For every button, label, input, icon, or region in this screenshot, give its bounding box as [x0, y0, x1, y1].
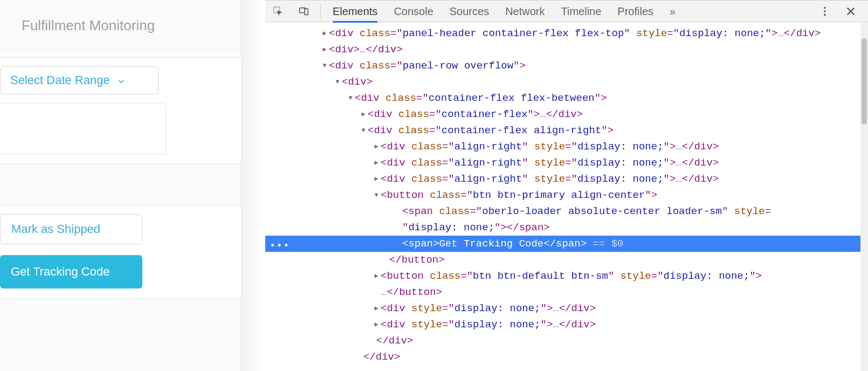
dom-node[interactable]: <div class="align-right" style="display:…: [265, 155, 868, 171]
scrollbar[interactable]: [860, 22, 868, 371]
dom-node[interactable]: <div class="container-flex flex-between"…: [265, 90, 868, 106]
elements-tree[interactable]: <div class="panel-header container-flex …: [265, 22, 868, 371]
dom-node[interactable]: <div class="align-right" style="display:…: [265, 171, 868, 187]
actions-card: Mark as Shipped Get Tracking Code: [0, 205, 241, 299]
tabs-overflow-icon[interactable]: »: [670, 1, 676, 22]
disclosure-triangle-icon[interactable]: [320, 42, 329, 58]
disclosure-triangle-icon[interactable]: [372, 139, 381, 155]
inspect-icon[interactable]: [265, 1, 291, 22]
dom-node[interactable]: <button class="btn btn-default btn-sm" s…: [265, 268, 868, 284]
svg-point-4: [824, 10, 826, 12]
disclosure-triangle-icon[interactable]: [359, 122, 368, 139]
svg-rect-2: [305, 9, 308, 15]
disclosure-triangle-icon[interactable]: [372, 300, 381, 317]
get-tracking-code-button[interactable]: Get Tracking Code: [0, 255, 142, 288]
panel-divider: [242, 0, 265, 371]
toolbar-divider: [320, 4, 321, 18]
disclosure-triangle-icon[interactable]: [372, 317, 381, 333]
page-title: Fulfillment Monitoring: [0, 0, 241, 49]
close-icon[interactable]: [838, 5, 864, 17]
dom-node[interactable]: <div class="container-flex align-right">: [265, 122, 868, 139]
tab-profiles[interactable]: Profiles: [617, 1, 653, 22]
dom-node[interactable]: <div>: [265, 74, 868, 90]
dom-node[interactable]: </div>: [265, 349, 868, 365]
filter-box[interactable]: [0, 103, 166, 155]
dom-node[interactable]: <div class="panel-row overflow">: [265, 58, 868, 74]
device-toggle-icon[interactable]: [291, 1, 317, 22]
tab-console[interactable]: Console: [394, 1, 433, 22]
scrollbar-thumb[interactable]: [862, 38, 867, 125]
disclosure-triangle-icon[interactable]: [372, 155, 381, 171]
devtools-panel: ElementsConsoleSourcesNetworkTimelinePro…: [265, 0, 868, 371]
disclosure-triangle-icon[interactable]: [320, 25, 329, 42]
dom-node[interactable]: <span class="oberlo-loader absolute-cent…: [265, 203, 868, 219]
kebab-menu-icon[interactable]: [812, 5, 838, 17]
devtools-toolbar: ElementsConsoleSourcesNetworkTimelinePro…: [265, 1, 868, 22]
svg-point-3: [824, 6, 826, 9]
dom-node[interactable]: "display: none;"></span>: [265, 219, 868, 236]
tab-timeline[interactable]: Timeline: [561, 1, 602, 22]
app-left-panel: Fulfillment Monitoring Select Date Range…: [0, 0, 242, 371]
mark-shipped-button[interactable]: Mark as Shipped: [0, 214, 142, 244]
dom-node[interactable]: </div>: [265, 333, 868, 349]
disclosure-triangle-icon[interactable]: [359, 106, 368, 122]
dom-node[interactable]: <div>…</div>: [265, 42, 868, 58]
disclosure-triangle-icon[interactable]: [346, 90, 355, 106]
disclosure-triangle-icon[interactable]: [372, 171, 381, 187]
disclosure-triangle-icon[interactable]: [333, 74, 342, 90]
dom-node[interactable]: <div class="container-flex">…</div>: [265, 106, 868, 122]
dom-node-selected[interactable]: <span>Get Tracking Code</span> == $0•••: [265, 236, 868, 252]
date-range-select[interactable]: Select Date Range: [0, 66, 159, 94]
devtools-tabs: ElementsConsoleSourcesNetworkTimelinePro…: [324, 1, 676, 22]
tab-sources[interactable]: Sources: [450, 1, 489, 22]
dom-node[interactable]: </button>: [265, 252, 868, 268]
dom-node[interactable]: <div class="align-right" style="display:…: [265, 139, 868, 155]
dom-node[interactable]: <button class="btn btn-primary align-cen…: [265, 187, 868, 203]
svg-point-5: [824, 13, 826, 16]
dom-node[interactable]: …</button>: [265, 284, 868, 300]
disclosure-triangle-icon[interactable]: [372, 268, 381, 284]
chevron-down-icon: [116, 75, 126, 85]
dom-node[interactable]: <div class="panel-header container-flex …: [265, 25, 868, 42]
disclosure-triangle-icon[interactable]: [372, 187, 381, 203]
date-range-label: Select Date Range: [10, 73, 110, 87]
date-range-section: Select Date Range: [0, 57, 241, 164]
tab-elements[interactable]: Elements: [333, 1, 377, 22]
dom-node[interactable]: <div style="display: none;">…</div>: [265, 300, 868, 317]
tab-network[interactable]: Network: [505, 1, 545, 22]
disclosure-triangle-icon[interactable]: [320, 58, 329, 74]
dom-node[interactable]: <div style="display: none;">…</div>: [265, 317, 868, 333]
